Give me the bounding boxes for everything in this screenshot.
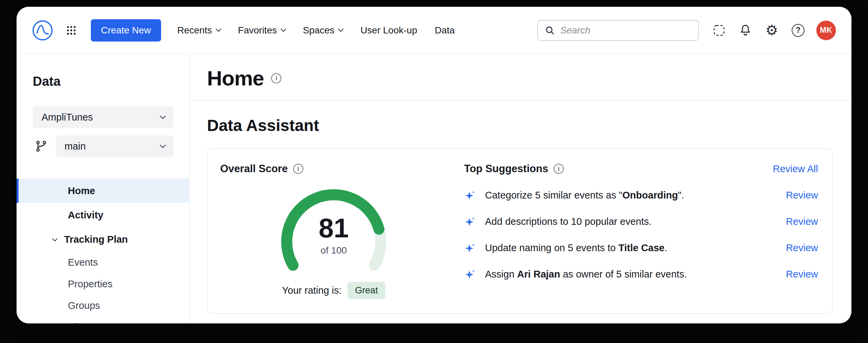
nav-user-lookup[interactable]: User Look-up <box>360 25 417 36</box>
review-link[interactable]: Review <box>786 216 818 227</box>
rating-badge: Great <box>348 282 385 299</box>
data-assistant-card: Overall Score 81 of 100 <box>207 148 833 314</box>
sidebar-item-groups[interactable]: Groups <box>17 295 189 316</box>
nav-recents-label: Recents <box>177 25 212 36</box>
chevron-down-icon <box>215 26 221 32</box>
git-branch-icon <box>35 140 48 153</box>
main-content: Home Data Assistant Overall Score <box>189 54 851 323</box>
review-link[interactable]: Review <box>786 242 818 254</box>
nav-data-label: Data <box>435 25 455 36</box>
header-icons: ⚙ MK <box>711 21 836 40</box>
chevron-down-icon <box>52 236 58 241</box>
section-title: Data Assistant <box>207 116 833 135</box>
suggestion-row: Update naming on 5 events to Title Case.… <box>464 242 818 254</box>
app-window: Create New Recents Favorites Spaces User… <box>17 7 851 323</box>
top-bar: Create New Recents Favorites Spaces User… <box>17 7 851 54</box>
branch-selector-value: main <box>65 141 86 152</box>
top-suggestions-panel: Top Suggestions Review All <box>447 163 818 299</box>
sidebar-item-home[interactable]: Home <box>17 179 189 203</box>
top-nav: Recents Favorites Spaces User Look-up Da… <box>177 25 455 36</box>
nav-user-lookup-label: User Look-up <box>360 25 417 36</box>
info-icon[interactable] <box>271 73 281 83</box>
settings-gear-icon[interactable]: ⚙ <box>764 22 780 38</box>
nav-favorites-label: Favorites <box>238 25 277 36</box>
suggestion-text: Add descriptions to 10 popular events. <box>485 216 777 227</box>
nav-data[interactable]: Data <box>435 25 455 36</box>
project-selector[interactable]: AmpliTunes <box>33 106 174 128</box>
sidebar-title: Data <box>33 74 189 89</box>
score-denominator: of 100 <box>273 245 394 256</box>
project-selector-value: AmpliTunes <box>42 112 93 123</box>
info-icon[interactable] <box>554 164 564 174</box>
chevron-down-icon <box>160 142 166 148</box>
rating-prefix: Your rating is: <box>282 285 341 296</box>
help-icon[interactable] <box>790 22 806 38</box>
score-gauge: 81 of 100 <box>273 181 394 274</box>
suggestion-row: Add descriptions to 10 popular events. R… <box>464 215 818 228</box>
info-icon[interactable] <box>293 164 303 174</box>
page-title: Home <box>207 66 264 90</box>
dashed-square-icon[interactable] <box>711 22 727 38</box>
sparkle-icon <box>464 268 476 280</box>
suggestion-text: Categorize 5 similar events as "Onboardi… <box>485 190 777 201</box>
nav-favorites[interactable]: Favorites <box>238 25 285 36</box>
branch-row: main <box>35 135 174 157</box>
sidebar: Data AmpliTunes main Home <box>17 54 189 323</box>
sidebar-nav: Home Activity Tracking Plan Events Prope… <box>17 179 189 323</box>
create-new-button[interactable]: Create New <box>91 19 161 42</box>
nav-spaces-label: Spaces <box>303 25 334 36</box>
sparkle-icon <box>464 215 476 228</box>
review-all-link[interactable]: Review All <box>773 163 818 175</box>
sidebar-item-label: Tracking Plan <box>64 234 128 245</box>
sidebar-item-label: Properties <box>68 279 112 290</box>
suggestion-text: Update naming on 5 events to Title Case. <box>485 242 777 254</box>
review-link[interactable]: Review <box>786 269 818 280</box>
branch-selector[interactable]: main <box>56 135 174 157</box>
overall-score-label: Overall Score <box>220 163 288 175</box>
chevron-down-icon <box>280 26 286 32</box>
sidebar-item-filters[interactable]: Filters <box>17 316 189 323</box>
sidebar-item-label: Events <box>68 257 98 268</box>
review-link[interactable]: Review <box>786 190 818 201</box>
apps-grid-icon[interactable] <box>63 22 79 38</box>
sidebar-item-tracking-plan[interactable]: Tracking Plan <box>17 227 189 252</box>
search-icon <box>545 25 555 35</box>
top-suggestions-label: Top Suggestions <box>464 163 548 175</box>
suggestion-text: Assign Ari Rajan as owner of 5 similar e… <box>485 269 777 280</box>
sidebar-item-label: Filters <box>68 322 95 324</box>
sparkle-icon <box>464 189 476 201</box>
chevron-down-icon <box>160 113 166 119</box>
suggestion-row: Assign Ari Rajan as owner of 5 similar e… <box>464 268 818 280</box>
sidebar-item-properties[interactable]: Properties <box>17 273 189 295</box>
chevron-down-icon <box>338 26 344 32</box>
sidebar-item-label: Activity <box>68 210 103 221</box>
sidebar-item-label: Groups <box>68 300 100 311</box>
sidebar-item-events[interactable]: Events <box>17 252 189 273</box>
sidebar-item-activity[interactable]: Activity <box>17 203 189 227</box>
sidebar-item-label: Home <box>68 185 95 196</box>
score-value: 81 <box>273 215 394 242</box>
nav-spaces[interactable]: Spaces <box>303 25 343 36</box>
notifications-bell-icon[interactable] <box>737 22 754 38</box>
search-box <box>537 20 699 41</box>
nav-recents[interactable]: Recents <box>177 25 221 36</box>
amplitude-logo[interactable] <box>32 20 53 41</box>
avatar[interactable]: MK <box>816 21 836 40</box>
overall-score-panel: Overall Score 81 of 100 <box>220 163 447 299</box>
suggestion-row: Categorize 5 similar events as "Onboardi… <box>464 189 818 201</box>
sparkle-icon <box>464 242 476 254</box>
search-input[interactable] <box>560 25 691 36</box>
